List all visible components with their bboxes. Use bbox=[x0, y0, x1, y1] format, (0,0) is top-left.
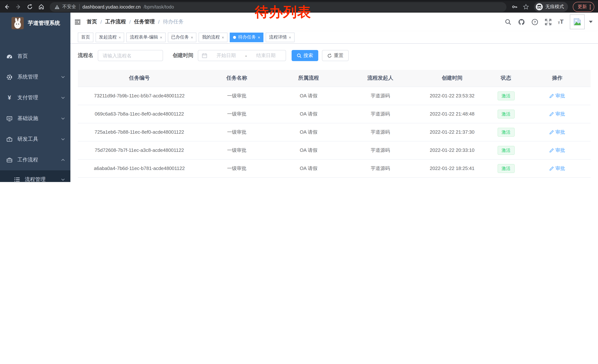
process-name-input[interactable] bbox=[98, 50, 163, 61]
cell-process: OA 请假 bbox=[273, 87, 345, 105]
tab-process-detail[interactable]: 流程详情× bbox=[266, 32, 294, 42]
sidebar-item-system[interactable]: 系统管理 bbox=[0, 67, 70, 87]
cell-task-id: 069c6a63-7b8a-11ec-8ef0-acde48001122 bbox=[78, 105, 201, 123]
tab-process-form-edit[interactable]: 流程表单-编辑× bbox=[126, 32, 166, 42]
approve-button[interactable]: 审批 bbox=[549, 92, 565, 99]
cell-task-name: 一级审批 bbox=[201, 87, 273, 105]
help-icon[interactable]: ? bbox=[531, 18, 538, 25]
tab-start-process[interactable]: 发起流程× bbox=[96, 32, 124, 42]
list-icon bbox=[14, 177, 20, 182]
bookmark-star-icon[interactable] bbox=[523, 4, 529, 10]
task-table: 任务编号 任务名称 所属流程 流程发起人 创建时间 状态 操作 73211d9d… bbox=[78, 70, 590, 182]
breadcrumb-home[interactable]: 首页 bbox=[87, 18, 97, 25]
breadcrumb-separator: / bbox=[158, 19, 160, 25]
incognito-icon bbox=[536, 3, 543, 10]
reset-button[interactable]: 重置 bbox=[322, 50, 349, 61]
main-content: 流程名 创建时间 开始日期 - 结束日期 搜索 重置 bbox=[70, 44, 598, 182]
key-icon[interactable] bbox=[512, 4, 518, 10]
breadcrumb-separator: / bbox=[129, 19, 131, 25]
dashboard-icon bbox=[6, 53, 13, 59]
search-icon[interactable] bbox=[505, 18, 512, 25]
back-icon[interactable] bbox=[4, 4, 10, 10]
tab-label: 已办任务 bbox=[171, 34, 189, 40]
cell-create-time: 2022-01-22 23:53:32 bbox=[416, 87, 488, 105]
edit-icon bbox=[549, 112, 554, 116]
svg-text:?: ? bbox=[534, 20, 536, 24]
cell-task-name: 一级审批 bbox=[201, 141, 273, 159]
github-icon[interactable] bbox=[518, 18, 525, 25]
tab-my-process[interactable]: 我的流程× bbox=[199, 32, 227, 42]
overlay-annotation: 待办列表 bbox=[255, 3, 311, 22]
approve-button[interactable]: 审批 bbox=[549, 165, 565, 172]
sidebar-collapse-icon[interactable] bbox=[74, 18, 81, 25]
search-button[interactable]: 搜索 bbox=[291, 50, 318, 61]
sidebar-item-label: 工作流程 bbox=[17, 157, 38, 163]
reload-icon[interactable] bbox=[27, 4, 33, 10]
font-size-icon[interactable]: TT bbox=[558, 19, 564, 25]
cell-create-time: 2022-01-22 20:33:10 bbox=[416, 141, 488, 159]
update-button[interactable]: 更新 bbox=[573, 2, 594, 12]
date-range-picker[interactable]: 开始日期 - 结束日期 bbox=[198, 50, 286, 61]
approve-button[interactable]: 审批 bbox=[549, 129, 565, 135]
chevron-up-icon bbox=[61, 158, 65, 162]
home-icon[interactable] bbox=[38, 4, 44, 10]
sidebar-item-workflow[interactable]: 工作流程 bbox=[0, 150, 70, 170]
sidebar-item-devtools[interactable]: 研发工具 bbox=[0, 129, 70, 150]
tab-label: 我的流程 bbox=[202, 34, 220, 40]
caret-down-icon[interactable] bbox=[589, 20, 593, 23]
sidebar-item-payment[interactable]: ¥ 支付管理 bbox=[0, 87, 70, 108]
avatar[interactable] bbox=[570, 15, 585, 29]
breadcrumb-separator: / bbox=[100, 19, 102, 25]
tab-done-tasks[interactable]: 已办任务× bbox=[168, 32, 197, 42]
cell-task-name: 1.2 bbox=[201, 177, 273, 182]
process-name-label: 流程名 bbox=[78, 52, 93, 59]
tab-todo-tasks[interactable]: 待办任务× bbox=[230, 32, 264, 42]
cell-task-id: 725a1eb6-7b88-11ec-8ef0-acde48001122 bbox=[78, 123, 201, 141]
update-label: 更新 bbox=[578, 4, 587, 10]
app-logo bbox=[11, 17, 24, 29]
cell-starter: 芋道源码 bbox=[344, 177, 416, 182]
sidebar-item-process-mgmt[interactable]: 流程管理 bbox=[0, 170, 70, 182]
start-date-placeholder: 开始日期 bbox=[210, 52, 242, 59]
close-icon[interactable]: × bbox=[160, 35, 162, 40]
approve-button[interactable]: 审批 bbox=[549, 147, 565, 154]
table-row: a6aba0a4-7b6d-11ec-b781-acde48001122 一级审… bbox=[78, 159, 590, 177]
incognito-badge[interactable]: 无痕模式 bbox=[534, 2, 568, 12]
edit-icon bbox=[549, 94, 554, 98]
app-logo-row[interactable]: 芋道管理系统 bbox=[0, 13, 70, 33]
close-icon[interactable]: × bbox=[119, 35, 121, 40]
yen-icon: ¥ bbox=[6, 95, 13, 101]
fullscreen-icon[interactable] bbox=[544, 18, 551, 25]
sidebar-item-infra[interactable]: 基础设施 bbox=[0, 108, 70, 129]
forward-icon[interactable] bbox=[15, 4, 22, 10]
cell-create-time: 2022-01-22 18:25:41 bbox=[416, 159, 488, 177]
close-icon[interactable]: × bbox=[289, 35, 291, 40]
breadcrumb-task-mgmt[interactable]: 任务管理 bbox=[134, 18, 155, 25]
approve-button[interactable]: 审批 bbox=[549, 111, 565, 117]
col-status: 状态 bbox=[488, 70, 524, 87]
table-header-row: 任务编号 任务名称 所属流程 流程发起人 创建时间 状态 操作 bbox=[78, 70, 590, 87]
breadcrumb: 首页 / 工作流程 / 任务管理 / 待办任务 bbox=[87, 18, 183, 25]
tab-home[interactable]: 首页 bbox=[78, 32, 93, 42]
close-icon[interactable]: × bbox=[222, 35, 224, 40]
browser-menu-icon[interactable] bbox=[590, 4, 591, 9]
chevron-down-icon bbox=[61, 75, 65, 79]
active-dot bbox=[233, 36, 236, 39]
create-time-label: 创建时间 bbox=[173, 52, 193, 59]
cell-task-id: 73211d9d-7b9b-11ec-b5b7-acde48001122 bbox=[78, 87, 201, 105]
url-path: /bpm/task/todo bbox=[144, 4, 174, 9]
chevron-down-icon bbox=[61, 177, 65, 182]
sidebar-item-label: 系统管理 bbox=[17, 74, 38, 80]
sidebar: 芋道管理系统 首页 系统管理 ¥ 支付管理 基础设施 bbox=[0, 13, 70, 182]
close-icon[interactable]: × bbox=[191, 35, 193, 40]
col-starter: 流程发起人 bbox=[344, 70, 416, 87]
end-date-placeholder: 结束日期 bbox=[250, 52, 282, 59]
breadcrumb-workflow[interactable]: 工作流程 bbox=[105, 18, 126, 25]
screen: 不安全 dashboard.yudao.iocoder.cn/bpm/task/… bbox=[0, 0, 598, 182]
close-icon[interactable]: × bbox=[258, 35, 260, 40]
insecure-warning[interactable]: 不安全 bbox=[54, 4, 76, 10]
insecure-label: 不安全 bbox=[62, 4, 76, 10]
cell-starter: 芋道源码 bbox=[344, 159, 416, 177]
sidebar-item-home[interactable]: 首页 bbox=[0, 46, 70, 67]
cell-create-time: 2022-01-22 21:37:30 bbox=[416, 123, 488, 141]
